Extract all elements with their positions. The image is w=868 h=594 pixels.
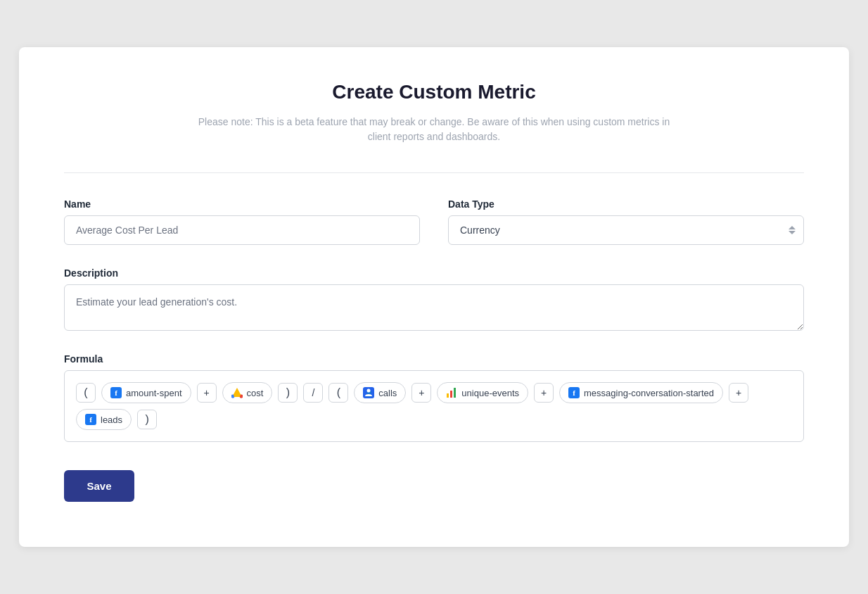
svg-point-6 — [231, 396, 234, 398]
svg-marker-5 — [233, 388, 241, 397]
data-type-label: Data Type — [448, 198, 804, 210]
formula-op-plus-4: + — [729, 383, 748, 403]
name-group: Name — [64, 198, 420, 245]
formula-token-calls[interactable]: 👤 calls — [354, 382, 406, 403]
page-title: Create Custom Metric — [64, 81, 804, 103]
token-label-cost: cost — [247, 388, 264, 398]
formula-label: Formula — [64, 353, 804, 365]
facebook-icon-2: f — [568, 387, 580, 398]
formula-op-plus-3: + — [534, 383, 554, 403]
header: Create Custom Metric Please note: This i… — [64, 81, 804, 144]
formula-paren-close-1: ) — [278, 383, 298, 403]
google-ads-icon — [231, 387, 243, 398]
svg-point-7 — [240, 396, 243, 398]
data-type-group: Data Type Currency Number Percentage — [448, 198, 804, 245]
formula-token-cost[interactable]: cost — [222, 382, 273, 403]
formula-op-plus-1: + — [197, 383, 217, 403]
header-subtitle: Please note: This is a beta feature that… — [188, 115, 680, 144]
token-label-unique-events: unique-events — [461, 388, 519, 398]
calls-icon: 👤 — [363, 387, 374, 398]
svg-rect-13 — [454, 388, 456, 398]
token-label-calls: calls — [378, 388, 397, 398]
name-datatype-row: Name Data Type Currency Number Percentag… — [64, 198, 804, 245]
data-type-select[interactable]: Currency Number Percentage — [448, 215, 804, 245]
description-label: Description — [64, 267, 804, 279]
svg-rect-12 — [450, 391, 452, 398]
formula-token-amount-spent[interactable]: f amount-spent — [101, 382, 191, 403]
facebook-icon: f — [110, 387, 122, 398]
save-button[interactable]: Save — [64, 470, 134, 502]
token-label-leads: leads — [101, 415, 122, 425]
description-group: Description Estimate your lead generatio… — [64, 267, 804, 331]
analytics-icon — [446, 387, 457, 398]
data-type-select-wrapper: Currency Number Percentage — [448, 215, 804, 245]
description-row: Description Estimate your lead generatio… — [64, 267, 804, 331]
token-label-amount-spent: amount-spent — [126, 388, 182, 398]
formula-paren-open-1: ( — [76, 383, 96, 403]
name-input[interactable] — [64, 215, 420, 245]
formula-section: Formula ( f amount-spent + — [64, 353, 804, 442]
token-label-messaging: messaging-conversation-started — [584, 388, 714, 398]
formula-op-div: / — [303, 383, 323, 403]
svg-point-10 — [367, 389, 371, 393]
divider — [64, 172, 804, 173]
formula-token-messaging[interactable]: f messaging-conversation-started — [559, 382, 723, 403]
formula-paren-close-2: ) — [137, 410, 157, 429]
description-textarea[interactable]: Estimate your lead generation's cost. — [64, 284, 804, 331]
formula-token-unique-events[interactable]: unique-events — [437, 382, 528, 403]
facebook-icon-3: f — [85, 414, 96, 425]
formula-paren-open-2: ( — [328, 383, 348, 403]
modal-container: Create Custom Metric Please note: This i… — [19, 47, 849, 547]
formula-box: ( f amount-spent + — [64, 370, 804, 442]
svg-rect-11 — [447, 393, 449, 398]
formula-op-plus-2: + — [411, 383, 431, 403]
formula-token-leads[interactable]: f leads — [76, 409, 132, 430]
name-label: Name — [64, 198, 420, 210]
